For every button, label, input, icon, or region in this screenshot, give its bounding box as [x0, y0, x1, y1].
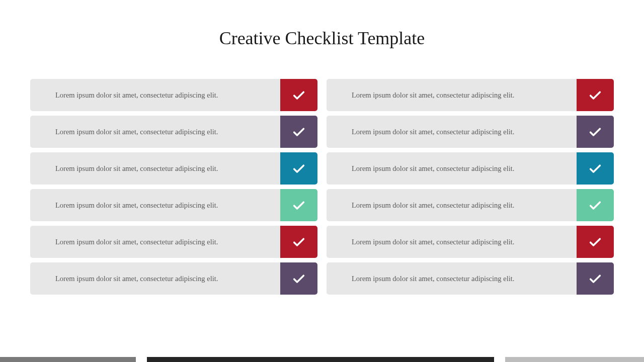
checklist-item: Lorem ipsum dolor sit amet, consectetur … — [30, 116, 317, 148]
checklist-item-text: Lorem ipsum dolor sit amet, consectetur … — [30, 116, 280, 148]
slide-title: Creative Checklist Template — [30, 28, 614, 49]
check-icon — [280, 79, 317, 111]
checklist-columns: Lorem ipsum dolor sit amet, consectetur … — [30, 79, 614, 295]
checklist-item-text: Lorem ipsum dolor sit amet, consectetur … — [30, 226, 280, 258]
checklist-item-text: Lorem ipsum dolor sit amet, consectetur … — [327, 262, 577, 295]
check-icon — [280, 116, 317, 148]
right-column: Lorem ipsum dolor sit amet, consectetur … — [327, 79, 614, 295]
check-icon — [577, 79, 614, 111]
footer-decoration — [0, 357, 644, 362]
checklist-item: Lorem ipsum dolor sit amet, consectetur … — [327, 226, 614, 258]
check-icon — [577, 116, 614, 148]
check-icon — [280, 262, 317, 295]
checklist-item: Lorem ipsum dolor sit amet, consectetur … — [30, 189, 317, 221]
checklist-item-text: Lorem ipsum dolor sit amet, consectetur … — [327, 79, 577, 111]
check-icon — [280, 189, 317, 221]
checklist-item-text: Lorem ipsum dolor sit amet, consectetur … — [30, 79, 280, 111]
checklist-item: Lorem ipsum dolor sit amet, consectetur … — [327, 152, 614, 185]
checklist-item-text: Lorem ipsum dolor sit amet, consectetur … — [30, 152, 280, 185]
check-icon — [577, 262, 614, 295]
checklist-item-text: Lorem ipsum dolor sit amet, consectetur … — [327, 189, 577, 221]
checklist-item: Lorem ipsum dolor sit amet, consectetur … — [30, 152, 317, 185]
checklist-item-text: Lorem ipsum dolor sit amet, consectetur … — [327, 116, 577, 148]
checklist-item: Lorem ipsum dolor sit amet, consectetur … — [327, 189, 614, 221]
checklist-item-text: Lorem ipsum dolor sit amet, consectetur … — [327, 226, 577, 258]
checklist-item-text: Lorem ipsum dolor sit amet, consectetur … — [327, 152, 577, 185]
checklist-item: Lorem ipsum dolor sit amet, consectetur … — [30, 226, 317, 258]
checklist-item: Lorem ipsum dolor sit amet, consectetur … — [327, 262, 614, 295]
check-icon — [280, 152, 317, 185]
check-icon — [577, 189, 614, 221]
check-icon — [577, 226, 614, 258]
check-icon — [577, 152, 614, 185]
checklist-item: Lorem ipsum dolor sit amet, consectetur … — [30, 262, 317, 295]
left-column: Lorem ipsum dolor sit amet, consectetur … — [30, 79, 317, 295]
checklist-item-text: Lorem ipsum dolor sit amet, consectetur … — [30, 189, 280, 221]
checklist-item-text: Lorem ipsum dolor sit amet, consectetur … — [30, 262, 280, 295]
checklist-item: Lorem ipsum dolor sit amet, consectetur … — [327, 79, 614, 111]
checklist-item: Lorem ipsum dolor sit amet, consectetur … — [30, 79, 317, 111]
checklist-item: Lorem ipsum dolor sit amet, consectetur … — [327, 116, 614, 148]
check-icon — [280, 226, 317, 258]
